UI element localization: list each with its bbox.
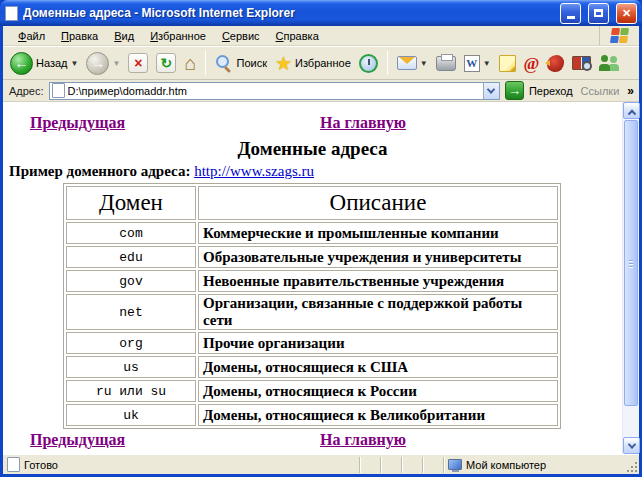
- domain-table: Домен Описание comКоммерческие и промышл…: [63, 183, 561, 429]
- domain-cell: com: [66, 222, 196, 244]
- security-zone-pane: Мой компьютер: [443, 457, 625, 473]
- stop-button[interactable]: ×: [125, 51, 151, 75]
- links-label[interactable]: Ссылки: [578, 85, 623, 97]
- history-button[interactable]: [356, 52, 381, 75]
- forward-dropdown-icon: ▼: [112, 59, 120, 68]
- description-cell: Образовательные учреждения и университет…: [198, 246, 558, 268]
- description-cell: Организации, связанные с поддержкой рабо…: [198, 294, 558, 330]
- domain-column-header: Домен: [66, 186, 196, 220]
- go-label[interactable]: Переход: [529, 85, 573, 97]
- close-button[interactable]: ✕: [616, 3, 637, 24]
- back-button[interactable]: ← Назад ▼: [7, 50, 81, 77]
- mail-dropdown-icon[interactable]: ▼: [420, 59, 428, 68]
- go-button[interactable]: →: [505, 81, 524, 100]
- table-row: usДомены, относящиеся к США: [66, 356, 558, 378]
- favorites-star-icon: ★: [275, 54, 292, 73]
- dictionary-button[interactable]: [569, 54, 594, 72]
- chevron-down-icon: [627, 440, 635, 448]
- messenger-button[interactable]: [596, 53, 622, 73]
- home-button[interactable]: ⌂: [181, 51, 199, 75]
- table-row: govНевоенные правительственные учреждени…: [66, 270, 558, 292]
- parrot-app-button[interactable]: [544, 53, 567, 74]
- edit-word-icon: W: [464, 55, 480, 72]
- ie-page-icon: [5, 6, 18, 21]
- messenger-people-icon: [599, 55, 619, 71]
- status-pane-empty: [422, 457, 443, 473]
- example-url-link[interactable]: http://www.szags.ru: [194, 163, 314, 179]
- back-arrow-icon: ←: [10, 52, 33, 75]
- title-bar[interactable]: Доменные адреса - Microsoft Internet Exp…: [0, 0, 642, 26]
- window-title: Доменные адреса - Microsoft Internet Exp…: [23, 6, 553, 20]
- standard-toolbar: ← Назад ▼ → ▼ × ↻ ⌂ Поиск ★ Избранное ▼ …: [3, 46, 639, 80]
- mail-icon: [397, 56, 417, 70]
- forward-arrow-icon: →: [86, 52, 109, 75]
- scroll-down-button[interactable]: [623, 437, 640, 454]
- print-button[interactable]: [433, 54, 459, 73]
- favorites-button[interactable]: ★ Избранное: [272, 52, 354, 75]
- home-icon: ⌂: [184, 53, 196, 73]
- browser-viewport: Предыдущая На главную Доменные адреса Пр…: [3, 102, 639, 454]
- prev-page-link-bottom[interactable]: Предыдущая: [30, 431, 125, 449]
- notes-button[interactable]: [496, 53, 519, 74]
- description-cell: Невоенные правительственные учреждения: [198, 270, 558, 292]
- menu-tools[interactable]: Сервис: [215, 28, 267, 44]
- domain-cell: edu: [66, 246, 196, 268]
- toolbar-separator: [205, 51, 206, 75]
- domain-cell: net: [66, 294, 196, 330]
- scrollbar-thumb[interactable]: [624, 120, 638, 406]
- windows-flag-icon: [610, 28, 629, 43]
- resize-grip[interactable]: [625, 460, 639, 474]
- toolbar-separator: [387, 51, 388, 75]
- address-label: Адрес:: [9, 85, 44, 97]
- status-pane: Готово: [3, 457, 359, 473]
- minimize-button[interactable]: [560, 3, 581, 24]
- domain-cell: uk: [66, 404, 196, 426]
- home-page-link-bottom[interactable]: На главную: [320, 431, 406, 449]
- home-page-link-top[interactable]: На главную: [320, 114, 406, 132]
- status-pane-empty: [401, 457, 422, 473]
- status-pane-empty: [380, 457, 401, 473]
- address-dropdown-button[interactable]: [483, 83, 499, 99]
- edit-button[interactable]: W ▼: [461, 53, 494, 74]
- domain-cell: us: [66, 356, 196, 378]
- search-button[interactable]: Поиск: [212, 52, 269, 74]
- table-row: comКоммерческие и промышленные компании: [66, 222, 558, 244]
- links-chevron-icon[interactable]: »: [627, 84, 636, 98]
- menu-help[interactable]: Справка: [269, 28, 326, 44]
- menu-view[interactable]: Вид: [107, 28, 141, 44]
- address-value[interactable]: D:\пример\domaddr.htm: [68, 85, 480, 97]
- refresh-icon: ↻: [156, 53, 176, 73]
- maximize-button[interactable]: [588, 3, 609, 24]
- table-header-row: Домен Описание: [66, 186, 558, 220]
- example-line: Пример доменного адреса: http://www.szag…: [9, 163, 314, 180]
- forward-button[interactable]: → ▼: [83, 50, 123, 77]
- description-cell: Коммерческие и промышленные компании: [198, 222, 558, 244]
- mail-button[interactable]: ▼: [394, 54, 431, 72]
- menu-file[interactable]: Файл: [11, 28, 52, 44]
- table-row: ru или suДомены, относящиеся к России: [66, 380, 558, 402]
- menu-favorites[interactable]: Избранное: [143, 28, 213, 44]
- refresh-button[interactable]: ↻: [153, 51, 179, 75]
- edit-dropdown-icon[interactable]: ▼: [483, 59, 491, 68]
- description-cell: Прочие организации: [198, 332, 558, 354]
- scroll-up-button[interactable]: [623, 102, 640, 119]
- stop-icon: ×: [128, 53, 148, 73]
- menu-edit[interactable]: Правка: [54, 28, 105, 44]
- address-bar: Адрес: D:\пример\domaddr.htm → Переход С…: [3, 80, 639, 102]
- mail-at-button[interactable]: @: [521, 53, 543, 74]
- ie-page-icon: [52, 83, 65, 98]
- search-icon: [215, 54, 233, 72]
- go-arrow-icon: →: [508, 83, 521, 98]
- search-label: Поиск: [236, 57, 266, 69]
- table-row: eduОбразовательные учреждения и универси…: [66, 246, 558, 268]
- table-row: orgПрочие организации: [66, 332, 558, 354]
- prev-page-link-top[interactable]: Предыдущая: [30, 114, 125, 132]
- page-title: Доменные адреса: [3, 138, 622, 160]
- vertical-scrollbar[interactable]: [622, 102, 639, 454]
- sticky-note-icon: [499, 55, 516, 72]
- chevron-down-icon: [487, 85, 495, 93]
- back-dropdown-icon[interactable]: ▼: [71, 59, 79, 68]
- description-cell: Домены, относящиеся к США: [198, 356, 558, 378]
- status-text: Готово: [24, 459, 58, 471]
- address-input[interactable]: D:\пример\domaddr.htm: [49, 82, 500, 100]
